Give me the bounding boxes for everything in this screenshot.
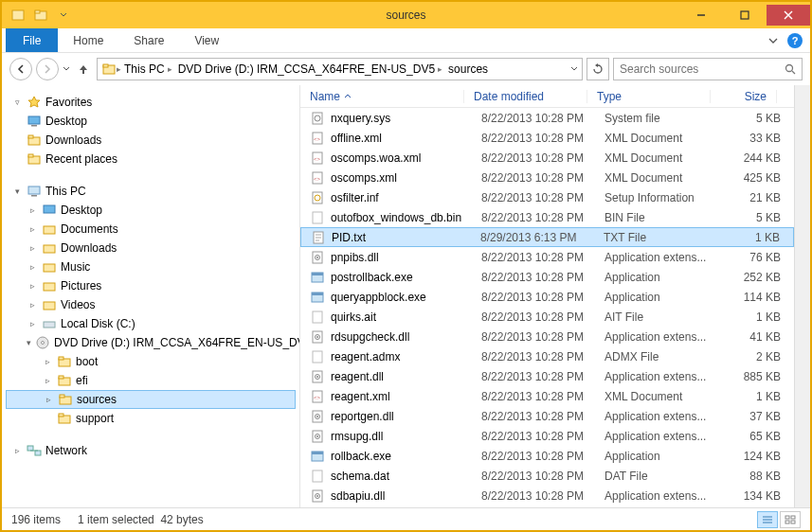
help-icon[interactable]: ? — [787, 33, 803, 48]
nav-dvddrive[interactable]: ▾DVD Drive (D:) IRM_CCSA_X64FRE_EN-US_DV… — [6, 333, 296, 352]
file-type: Application extens... — [604, 251, 728, 264]
nav-music[interactable]: ▹Music — [6, 257, 296, 276]
file-name: rdsupgcheck.dll — [331, 330, 409, 344]
recent-locations-dropdown[interactable] — [63, 65, 70, 73]
column-headers: Name Date modified Type Size — [300, 85, 794, 108]
nav-boot[interactable]: ▹boot — [6, 352, 296, 371]
tab-view[interactable]: View — [179, 28, 234, 52]
file-type: XML Document — [604, 151, 728, 165]
svg-rect-21 — [44, 245, 55, 253]
icons-view-button[interactable] — [780, 511, 801, 528]
file-date: 8/22/2013 10:28 PM — [481, 330, 604, 344]
file-name: postrollback.exe — [331, 271, 413, 284]
file-row[interactable]: PID.txt8/29/2013 6:13 PMTXT File1 KB — [300, 227, 794, 247]
folder-icon — [58, 392, 73, 407]
file-row[interactable]: sdbapiu.dll8/22/2013 10:28 PMApplication… — [300, 486, 794, 505]
file-row[interactable]: reportgen.dll8/22/2013 10:28 PMApplicati… — [300, 406, 794, 426]
nav-videos[interactable]: ▹Videos — [6, 295, 296, 314]
address-dropdown-icon[interactable] — [570, 65, 578, 73]
refresh-button[interactable] — [586, 58, 609, 80]
file-row[interactable]: <>reagent.xml8/22/2013 10:28 PMXML Docum… — [300, 386, 794, 406]
nav-support[interactable]: support — [6, 409, 296, 428]
nav-downloads[interactable]: ▹Downloads — [6, 239, 296, 257]
search-icon[interactable] — [785, 63, 796, 75]
file-icon — [310, 409, 325, 424]
nav-fav-downloads[interactable]: Downloads — [6, 131, 296, 150]
file-tab[interactable]: File — [6, 28, 58, 52]
file-name: reportgen.dll — [331, 410, 394, 423]
nav-localdisk[interactable]: ▹Local Disk (C:) — [6, 314, 296, 333]
file-icon — [310, 349, 325, 364]
maximize-button[interactable] — [723, 5, 767, 26]
folder-icon — [27, 151, 42, 167]
back-button[interactable] — [9, 58, 32, 80]
nav-desktop[interactable]: ▹Desktop — [6, 201, 296, 220]
column-size[interactable]: Size — [711, 90, 777, 103]
tab-home[interactable]: Home — [58, 28, 118, 52]
file-name: schema.dat — [331, 470, 389, 483]
file-row[interactable]: reagent.admx8/22/2013 10:28 PMADMX File2… — [300, 346, 794, 366]
nav-network[interactable]: ▹Network — [6, 441, 296, 460]
search-input[interactable] — [620, 62, 785, 76]
nav-sources[interactable]: ▹sources — [6, 390, 296, 409]
nav-fav-desktop[interactable]: Desktop — [6, 112, 296, 131]
address-bar[interactable]: ▸ This PC▸ DVD Drive (D:) IRM_CCSA_X64FR… — [97, 58, 583, 80]
crumb-thispc[interactable]: This PC▸ — [121, 62, 175, 76]
file-row[interactable]: <>oscomps.xml8/22/2013 10:28 PMXML Docum… — [300, 168, 794, 187]
close-button[interactable] — [767, 5, 810, 26]
folder-icon — [57, 411, 72, 426]
qat-newfolder-button[interactable] — [30, 5, 51, 26]
file-row[interactable]: quirks.ait8/22/2013 10:28 PMAIT File1 KB — [300, 307, 794, 327]
file-type: XML Document — [604, 132, 728, 145]
column-name[interactable]: Name — [300, 90, 464, 103]
file-row[interactable]: outofbox_windows_db.bin8/22/2013 10:28 P… — [300, 207, 794, 227]
file-row[interactable]: pnpibs.dll8/22/2013 10:28 PMApplication … — [300, 247, 794, 267]
file-row[interactable]: schema.dat8/22/2013 10:28 PMDAT File88 K… — [300, 466, 794, 486]
nav-efi[interactable]: ▹efi — [6, 371, 296, 390]
file-row[interactable]: postrollback.exe8/22/2013 10:28 PMApplic… — [300, 267, 794, 287]
nav-fav-recent[interactable]: Recent places — [6, 150, 296, 168]
forward-button[interactable] — [36, 58, 59, 80]
file-date: 8/22/2013 10:28 PM — [481, 132, 604, 145]
folder-icon — [42, 278, 57, 293]
file-date: 8/22/2013 10:28 PM — [481, 112, 604, 125]
file-row[interactable]: rdsupgcheck.dll8/22/2013 10:28 PMApplica… — [300, 327, 794, 346]
nav-favorites[interactable]: ▿Favorites — [6, 93, 296, 112]
search-box[interactable] — [613, 58, 803, 80]
svg-rect-37 — [35, 451, 41, 455]
minimize-button[interactable] — [679, 5, 723, 26]
desktop-icon — [42, 203, 57, 218]
file-row[interactable]: nxquery.sys8/22/2013 10:28 PMSystem file… — [300, 108, 794, 128]
file-row[interactable]: osfilter.inf8/22/2013 10:28 PMSetup Info… — [300, 187, 794, 207]
file-size: 65 KB — [728, 430, 794, 443]
crumb-sources[interactable]: sources — [445, 62, 491, 76]
file-row[interactable]: queryappblock.exe8/22/2013 10:28 PMAppli… — [300, 287, 794, 307]
up-button[interactable] — [74, 60, 93, 79]
file-row[interactable]: rollback.exe8/22/2013 10:28 PMApplicatio… — [300, 446, 794, 466]
nav-thispc[interactable]: ▾This PC — [6, 182, 296, 201]
file-row[interactable]: <>offline.xml8/22/2013 10:28 PMXML Docum… — [300, 128, 794, 148]
tab-share[interactable]: Share — [118, 28, 179, 52]
column-type[interactable]: Type — [587, 90, 711, 103]
qat-properties-button[interactable] — [8, 5, 28, 26]
file-row[interactable]: <>oscomps.woa.xml8/22/2013 10:28 PMXML D… — [300, 148, 794, 168]
file-name: oscomps.xml — [331, 171, 397, 185]
file-icon — [310, 270, 325, 285]
file-row[interactable]: rmsupg.dll8/22/2013 10:28 PMApplication … — [300, 426, 794, 446]
titlebar: sources — [2, 2, 810, 28]
details-view-button[interactable] — [757, 511, 778, 528]
file-date: 8/22/2013 10:28 PM — [481, 410, 604, 423]
address-row: ▸ This PC▸ DVD Drive (D:) IRM_CCSA_X64FR… — [2, 53, 810, 85]
file-icon — [311, 230, 326, 245]
file-row[interactable]: reagent.dll8/22/2013 10:28 PMApplication… — [300, 366, 794, 386]
expand-ribbon-icon[interactable] — [768, 36, 778, 45]
column-date[interactable]: Date modified — [464, 90, 587, 103]
crumb-dvd[interactable]: DVD Drive (D:) IRM_CCSA_X64FRE_EN-US_DV5… — [175, 62, 445, 76]
file-icon — [310, 310, 325, 325]
qat-dropdown[interactable] — [53, 5, 74, 26]
nav-documents[interactable]: ▹Documents — [6, 220, 296, 239]
svg-rect-89 — [791, 521, 795, 523]
nav-pictures[interactable]: ▹Pictures — [6, 276, 296, 295]
file-date: 8/22/2013 10:28 PM — [481, 390, 604, 403]
vertical-scrollbar[interactable] — [794, 85, 810, 507]
